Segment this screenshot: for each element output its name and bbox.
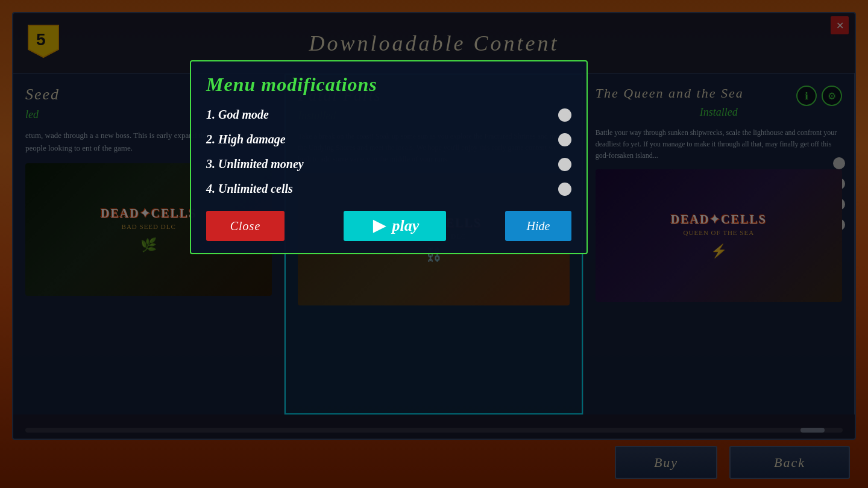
menu-item-1-radio[interactable] (558, 108, 571, 122)
play-label: play (392, 217, 420, 235)
menu-item-4-label: 4. Unlimited cells (206, 182, 293, 196)
menu-item-2-radio[interactable] (558, 133, 571, 146)
menu-item-1[interactable]: 1. God mode (206, 108, 571, 122)
dialog-title: Menu modifications (206, 74, 571, 96)
svg-marker-2 (373, 220, 386, 233)
menu-modifications-dialog: Menu modifications 1. God mode 2. High d… (190, 60, 588, 254)
menu-item-3[interactable]: 3. Unlimited money (206, 157, 571, 171)
menu-item-4[interactable]: 4. Unlimited cells (206, 182, 571, 196)
menu-item-2-label: 2. High damage (206, 133, 286, 146)
overlay-backdrop: Menu modifications 1. God mode 2. High d… (0, 0, 868, 488)
menu-item-4-radio[interactable] (558, 183, 571, 196)
dialog-buttons: Close play Hide (206, 211, 571, 241)
menu-item-3-label: 3. Unlimited money (206, 157, 304, 171)
menu-item-3-radio[interactable] (558, 158, 571, 171)
menu-item-1-label: 1. God mode (206, 108, 269, 122)
menu-item-2[interactable]: 2. High damage (206, 133, 571, 146)
hide-dialog-button[interactable]: Hide (505, 211, 571, 241)
play-icon (371, 217, 388, 234)
close-dialog-button[interactable]: Close (206, 211, 285, 241)
play-dialog-button[interactable]: play (344, 211, 446, 241)
